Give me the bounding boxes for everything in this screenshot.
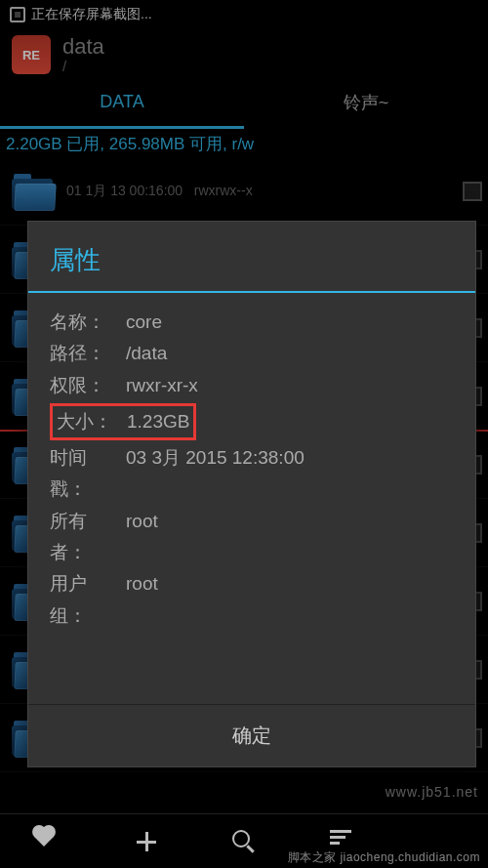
value-name: core — [126, 307, 162, 338]
label-owner: 所有者： — [50, 506, 120, 569]
watermark-2: 脚本之家 jiaocheng.chudidian.com — [288, 849, 480, 866]
search-button[interactable] — [232, 830, 256, 853]
value-timestamp: 03 3月 2015 12:38:00 — [126, 442, 305, 506]
size-highlight: 大小：1.23GB — [50, 403, 196, 440]
value-size: 1.23GB — [127, 406, 189, 437]
ok-button[interactable]: 确定 — [28, 704, 475, 766]
label-perm: 权限： — [50, 370, 120, 401]
label-size: 大小： — [57, 406, 127, 437]
sort-icon — [330, 830, 353, 845]
label-timestamp: 时间戳： — [50, 442, 120, 506]
favorite-button[interactable] — [37, 830, 61, 853]
properties-dialog: 属性 名称：core 路径：/data 权限：rwxr-xr-x 大小：1.23… — [27, 221, 476, 767]
search-icon — [232, 830, 250, 847]
dialog-body: 名称：core 路径：/data 权限：rwxr-xr-x 大小：1.23GB … — [28, 293, 475, 704]
value-group: root — [126, 568, 158, 632]
value-owner: root — [126, 506, 158, 569]
dialog-title: 属性 — [28, 222, 475, 293]
label-name: 名称： — [50, 307, 120, 338]
value-perm: rwxr-xr-x — [126, 370, 198, 401]
label-path: 路径： — [50, 338, 120, 369]
add-button[interactable] — [135, 830, 158, 853]
label-group: 用户组： — [50, 568, 120, 632]
value-path: /data — [126, 338, 167, 369]
heart-icon — [34, 827, 54, 847]
plus-icon — [135, 830, 158, 853]
watermark: www.jb51.net — [386, 784, 478, 800]
